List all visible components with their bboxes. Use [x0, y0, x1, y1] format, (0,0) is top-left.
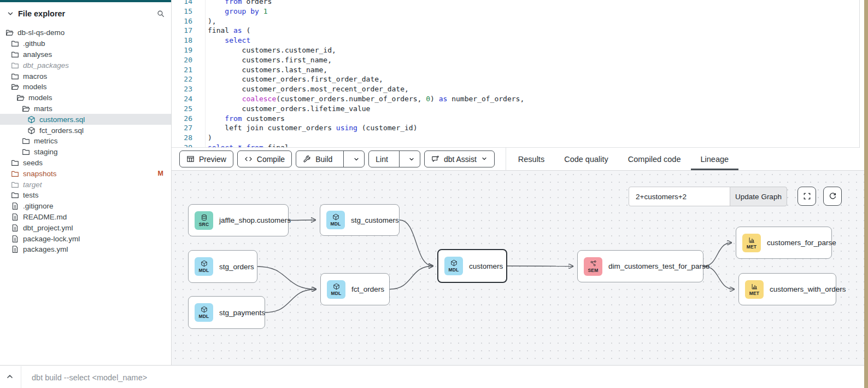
code-text[interactable]: customer_orders.lifetime_value [206, 104, 370, 114]
folder-open-icon [5, 28, 14, 37]
tree-item-.github[interactable]: .github [0, 38, 171, 49]
code-text[interactable]: select * from final [206, 143, 289, 148]
tree-item-target[interactable]: target [0, 179, 171, 190]
tree-item-macros[interactable]: macros [0, 71, 171, 82]
line-number: 27 [172, 123, 206, 133]
tree-item-label: dbt_project.yml [23, 224, 73, 232]
refresh-graph-button[interactable] [823, 187, 842, 206]
tab-label: Results [518, 155, 544, 164]
code-text[interactable]: final as ( [206, 26, 250, 36]
folder-open-icon [11, 83, 19, 91]
dbt-command-input[interactable] [31, 370, 317, 385]
tree-item-packages.yml[interactable]: packages.yml [0, 244, 171, 255]
chevron-down-icon[interactable] [481, 155, 488, 164]
code-text[interactable]: ) [206, 133, 212, 143]
badge-type-label: SEM [588, 268, 598, 273]
folder-icon [11, 50, 19, 59]
chevron-down-icon[interactable] [404, 151, 420, 167]
tree-item-db-sl-qs-demo[interactable]: db-sl-qs-demo [0, 27, 171, 38]
lineage-node-stg_payments[interactable]: MDLstg_payments [188, 296, 265, 329]
button-label: Compile [257, 155, 285, 164]
tree-item-seeds[interactable]: seeds [0, 158, 171, 169]
badge-type-label: MET [749, 291, 760, 296]
code-text[interactable]: group by 1 [206, 7, 268, 16]
lint-button[interactable]: Lint [368, 150, 420, 167]
table-grid-icon [186, 155, 195, 163]
tree-item-staging[interactable]: staging [0, 147, 171, 158]
tree-item-models[interactable]: models [0, 82, 171, 92]
fullscreen-button[interactable] [797, 187, 816, 206]
tree-item-label: staging [34, 148, 58, 156]
tree-item-metrics[interactable]: metrics [0, 136, 171, 147]
compile-button[interactable]: Compile [237, 150, 292, 167]
code-text[interactable]: coalesce(customer_orders.number_of_order… [206, 94, 524, 104]
lineage-pane[interactable]: SRCjaffle_shop.customersMDLstg_customers… [172, 171, 864, 365]
tree-item-dbt_project.yml[interactable]: dbt_project.yml [0, 222, 171, 233]
node-label: customers_for_parse [767, 239, 836, 247]
tree-item-package-lock.yml[interactable]: package-lock.yml [0, 233, 171, 244]
code-text[interactable]: customer_orders.first_order_date, [206, 74, 383, 84]
badge-type-label: MDL [330, 222, 341, 227]
lineage-node-stg_orders[interactable]: MDLstg_orders [188, 250, 257, 283]
file-explorer-title: File explorer [18, 9, 65, 18]
lineage-node-customers[interactable]: MDLcustomers [437, 249, 507, 283]
tree-item-fct_orders.sql[interactable]: fct_orders.sql [0, 125, 171, 136]
node-label: fct_orders [351, 285, 384, 293]
tab-compiled-code[interactable]: Compiled code [618, 148, 691, 170]
tab-code-quality[interactable]: Code quality [554, 148, 618, 170]
code-text[interactable]: customers.last_name, [206, 65, 327, 75]
tree-item-customers.sql[interactable]: customers.sql [0, 114, 171, 125]
node-label: stg_orders [219, 263, 254, 271]
tree-item-analyses[interactable]: analyses [0, 49, 171, 60]
model-cube-icon [332, 213, 339, 221]
code-text[interactable]: customers.first_name, [206, 55, 332, 65]
line-number: 19 [172, 45, 206, 55]
lineage-node-customers_with_orders[interactable]: METcustomers_with_orders [738, 273, 836, 305]
assist-icon [431, 155, 439, 163]
tree-item-label: fct_orders.sql [39, 126, 84, 135]
lineage-edge [400, 220, 433, 266]
code-text[interactable]: from orders [206, 0, 272, 7]
tree-item-dbt_packages[interactable]: dbt_packages [0, 60, 171, 71]
tree-item-.gitignore[interactable]: .gitignore [0, 201, 171, 212]
code-editor[interactable]: 14 from orders15 group by 116),17final a… [172, 0, 859, 148]
lineage-node-customers_for_parse[interactable]: METcustomers_for_parse [736, 227, 832, 259]
button-label: Build [315, 155, 332, 164]
lineage-node-dim_customers_test_for_parse[interactable]: SEMdim_customers_test_for_parse [577, 250, 703, 282]
tree-item-label: macros [23, 72, 47, 80]
dbt-assist-button[interactable]: dbt Assist [424, 150, 495, 167]
code-line-22: 22 customer_orders.first_order_date, [172, 74, 859, 84]
button-label: dbt Assist [444, 155, 477, 164]
lineage-selector-input[interactable] [629, 187, 730, 206]
tree-item-marts[interactable]: marts [0, 103, 171, 114]
lineage-node-jaffle_shop_customers[interactable]: SRCjaffle_shop.customers [188, 204, 289, 236]
chevron-down-icon[interactable] [7, 10, 14, 18]
code-text[interactable]: customers.customer_id, [206, 45, 336, 55]
lineage-node-fct_orders[interactable]: MDLfct_orders [320, 273, 390, 305]
lineage-node-stg_customers[interactable]: MDLstg_customers [320, 204, 400, 236]
chevron-up-icon[interactable] [5, 372, 15, 382]
line-number: 14 [172, 0, 206, 7]
code-text[interactable]: from customers [206, 114, 285, 124]
editor-scrollbar[interactable] [859, 0, 860, 148]
tree-item-README.md[interactable]: README.md [0, 212, 171, 223]
tab-results[interactable]: Results [508, 148, 554, 170]
build-button[interactable]: Build [296, 150, 365, 167]
tree-item-snapshots[interactable]: snapshotsM [0, 168, 171, 179]
tree-item-models[interactable]: models [0, 92, 171, 103]
file-icon [11, 224, 19, 232]
tab-lineage[interactable]: Lineage [691, 148, 739, 170]
lineage-edge [390, 266, 433, 289]
search-icon[interactable] [157, 10, 165, 18]
tree-item-tests[interactable]: tests [0, 190, 171, 201]
file-icon [11, 235, 19, 243]
update-graph-button[interactable]: Update Graph [730, 187, 787, 206]
tree-item-label: dbt_packages [23, 61, 69, 70]
code-text[interactable]: customer_orders.most_recent_order_date, [206, 84, 409, 94]
code-text[interactable]: select [206, 36, 250, 45]
code-text[interactable]: ), [206, 16, 216, 26]
preview-button[interactable]: Preview [179, 150, 233, 167]
code-text[interactable]: left join customer_orders using (custome… [206, 123, 418, 133]
chevron-down-icon[interactable] [348, 151, 364, 167]
node-label: customers [469, 262, 503, 270]
